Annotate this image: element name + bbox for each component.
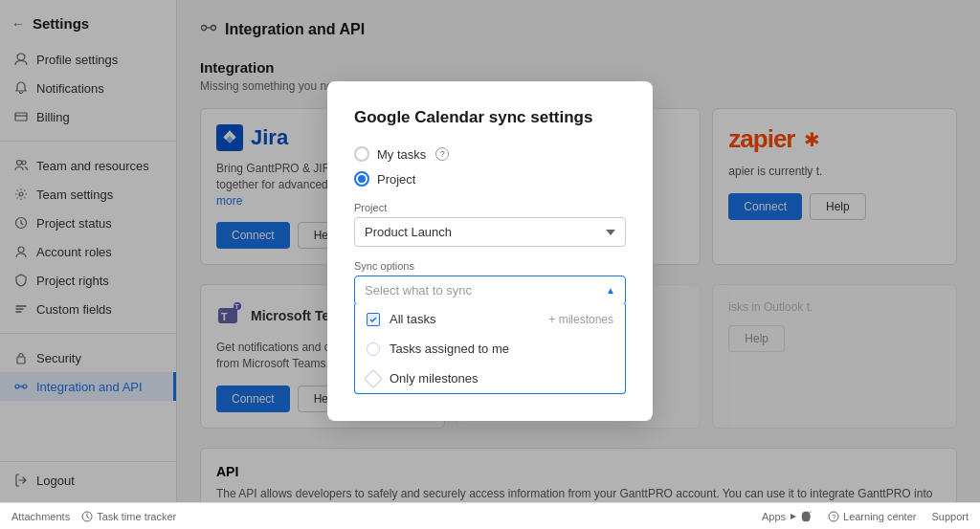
- modal-overlay[interactable]: Google Calendar sync settings My tasks ?…: [0, 0, 980, 502]
- task-time-tracker-link[interactable]: Task time tracker: [81, 511, 176, 522]
- project-radio[interactable]: [354, 171, 369, 187]
- radio-project[interactable]: Project: [354, 171, 626, 187]
- project-label: Project: [377, 172, 415, 187]
- svg-text:?: ?: [833, 514, 836, 520]
- tasks-assigned-radio[interactable]: [367, 342, 380, 356]
- radio-group: My tasks ? Project: [354, 146, 626, 187]
- all-tasks-checkbox[interactable]: [367, 313, 380, 326]
- play-icon: [790, 513, 797, 520]
- bottom-bar-left: Attachments Task time tracker: [11, 511, 176, 522]
- sync-placeholder: Select what to sync: [365, 283, 472, 298]
- my-tasks-radio[interactable]: [354, 146, 369, 162]
- learning-icon: ?: [828, 511, 839, 522]
- project-select[interactable]: Product Launch: [354, 217, 626, 247]
- svg-marker-28: [791, 514, 796, 519]
- chevron-up-icon: ▲: [606, 285, 615, 296]
- all-tasks-label: All tasks: [390, 312, 435, 326]
- milestones-label: + milestones: [548, 313, 613, 326]
- tasks-assigned-label: Tasks assigned to me: [390, 342, 509, 356]
- bottom-bar: Attachments Task time tracker Apps ? Lea…: [0, 502, 980, 529]
- only-milestones-label: Only milestones: [390, 371, 478, 386]
- support-link[interactable]: Support: [931, 511, 969, 522]
- attachments-link[interactable]: Attachments: [11, 511, 70, 522]
- check-icon: [368, 315, 378, 324]
- dropdown-item-all-tasks[interactable]: All tasks + milestones: [355, 304, 625, 334]
- apps-button[interactable]: Apps: [762, 511, 813, 522]
- dropdown-item-tasks-assigned[interactable]: Tasks assigned to me: [355, 334, 625, 364]
- help-icon[interactable]: ?: [435, 147, 449, 161]
- dropdown-item-only-milestones[interactable]: Only milestones: [355, 364, 625, 393]
- apple-icon: [801, 511, 813, 522]
- dropdown-list: All tasks + milestones Tasks assigned to…: [354, 304, 626, 394]
- google-calendar-modal: Google Calendar sync settings My tasks ?…: [327, 81, 653, 421]
- only-milestones-diamond[interactable]: [364, 369, 383, 388]
- bottom-bar-right: Apps ? Learning center Support: [762, 511, 969, 522]
- learning-center-link[interactable]: ? Learning center: [828, 511, 916, 522]
- clock-icon: [81, 511, 93, 522]
- radio-my-tasks[interactable]: My tasks ?: [354, 146, 626, 162]
- sync-options-dropdown[interactable]: Select what to sync ▲: [354, 276, 626, 305]
- my-tasks-label: My tasks: [377, 147, 426, 162]
- sync-options-label: Sync options: [354, 260, 626, 272]
- project-field-label: Project: [354, 202, 626, 213]
- modal-title: Google Calendar sync settings: [354, 108, 626, 127]
